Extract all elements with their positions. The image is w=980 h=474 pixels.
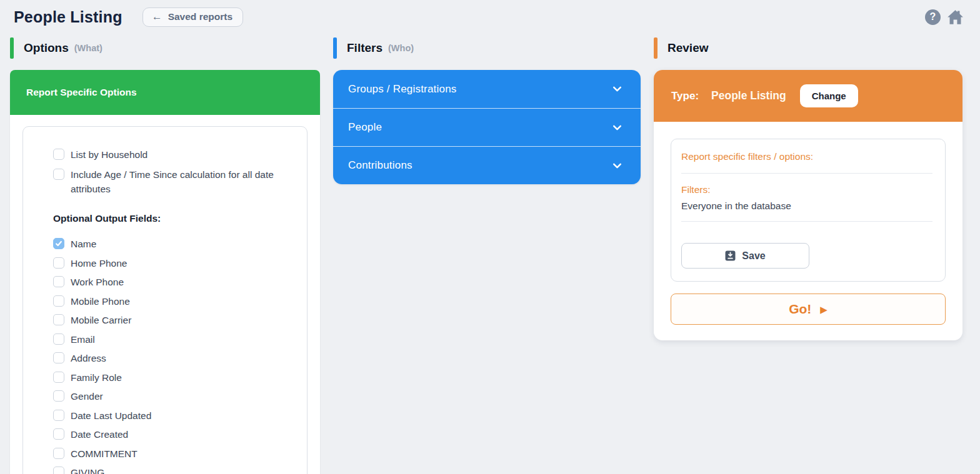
checkbox-label: GIVING — [71, 466, 104, 474]
checkbox-label: COMMITMENT — [71, 447, 138, 461]
checkbox-row[interactable]: Gender — [53, 390, 296, 403]
checkbox-row[interactable]: Email — [53, 333, 296, 347]
filters-column: Filters (Who) Groups / Registrations Peo… — [333, 36, 641, 474]
checkbox[interactable] — [53, 428, 64, 440]
checkbox-row[interactable]: Date Last Updated — [53, 409, 296, 423]
checkbox[interactable] — [53, 352, 64, 363]
filters-column-title: Filters — [347, 41, 382, 55]
checkbox[interactable] — [53, 333, 64, 345]
checkbox-row[interactable]: Mobile Phone — [53, 295, 296, 309]
home-icon-glyph — [947, 9, 964, 25]
review-card: Type: People Listing Change Report speci… — [654, 70, 962, 340]
checkbox-label: Mobile Carrier — [71, 314, 131, 327]
checkbox-row[interactable]: Date Created — [53, 428, 296, 442]
output-fields-list: Name Home Phone — [53, 237, 296, 474]
checkbox-label: Address — [71, 352, 106, 365]
checkbox[interactable] — [53, 448, 64, 459]
type-value: People Listing — [711, 89, 786, 102]
options-column-header: Options (What) — [10, 36, 320, 60]
checkbox[interactable] — [53, 238, 64, 249]
page-title: People Listing — [14, 8, 122, 26]
saved-reports-label: Saved reports — [168, 11, 232, 22]
checkbox[interactable] — [53, 314, 64, 325]
checkbox-label: Family Role — [71, 371, 122, 385]
type-label: Type: — [671, 90, 699, 102]
checkbox[interactable] — [53, 372, 64, 383]
review-column-header: Review — [654, 36, 962, 60]
checkbox-row[interactable]: Home Phone — [53, 257, 296, 270]
checkbox-row[interactable]: Include Age / Time Since calculation for… — [53, 168, 296, 196]
go-arrow-icon: ▶ — [820, 304, 828, 315]
filters-column-sublabel: (Who) — [388, 43, 414, 53]
change-type-button[interactable]: Change — [800, 84, 858, 107]
review-column: Review Type: People Listing Change Repor… — [654, 36, 962, 474]
check-icon — [55, 240, 62, 247]
checkbox[interactable] — [53, 149, 64, 160]
review-column-title: Review — [668, 41, 708, 55]
options-column-title: Options — [24, 41, 69, 55]
accordion-section-label: Contributions — [348, 159, 412, 172]
review-card-header: Type: People Listing Change — [654, 70, 962, 122]
accordion-section-label: People — [348, 121, 382, 134]
divider — [681, 173, 932, 174]
top-checkbox-list: List by Household Include Age / Time Sin… — [53, 148, 296, 196]
checkbox[interactable] — [53, 276, 64, 287]
checkbox-label: Date Last Updated — [71, 409, 151, 423]
checkbox[interactable] — [53, 410, 64, 421]
checkbox-row[interactable]: Address — [53, 352, 296, 365]
chevron-down-icon — [611, 83, 623, 95]
review-summary-box: Report specific filters / options: Filte… — [671, 139, 946, 282]
options-accent-bar — [10, 37, 14, 59]
accordion-section[interactable]: Contributions — [333, 146, 641, 184]
checkbox-label: Date Created — [71, 428, 128, 442]
checkbox-row[interactable]: Family Role — [53, 371, 296, 385]
back-arrow-icon: ← — [152, 11, 162, 22]
review-card-body: Report specific filters / options: Filte… — [654, 122, 962, 340]
checkbox[interactable] — [53, 295, 64, 307]
checkbox[interactable] — [53, 169, 64, 180]
report-options-card-title: Report Specific Options — [10, 70, 320, 115]
checkbox-label: Home Phone — [71, 257, 127, 270]
checkbox-label: Name — [71, 237, 96, 251]
checkbox[interactable] — [53, 467, 64, 474]
go-button-label: Go! — [789, 302, 811, 317]
accordion-section[interactable]: Groups / Registrations — [333, 70, 641, 108]
save-icon — [725, 250, 736, 261]
specific-filters-label: Report specific filters / options: — [681, 150, 932, 164]
options-column-sublabel: (What) — [74, 43, 102, 53]
checkbox-row[interactable]: List by Household — [53, 148, 296, 162]
go-button[interactable]: Go! ▶ — [671, 294, 946, 325]
filters-value: Everyone in the database — [681, 200, 932, 212]
checkbox-label: Mobile Phone — [71, 295, 130, 309]
divider — [681, 221, 932, 222]
checkbox-label: List by Household — [71, 148, 148, 162]
home-icon[interactable] — [947, 9, 964, 25]
help-glyph: ? — [930, 11, 936, 22]
filters-label: Filters: — [681, 183, 932, 197]
report-options-card-body: List by Household Include Age / Time Sin… — [10, 115, 320, 474]
save-button[interactable]: Save — [681, 243, 809, 269]
filters-column-header: Filters (Who) — [333, 36, 641, 60]
help-icon[interactable]: ? — [925, 9, 941, 25]
chevron-down-icon — [611, 122, 623, 134]
saved-reports-button[interactable]: ← Saved reports — [142, 7, 243, 27]
checkbox-row[interactable]: GIVING — [53, 466, 296, 474]
filters-accent-bar — [333, 37, 337, 59]
review-accent-bar — [654, 37, 658, 59]
checkbox[interactable] — [53, 257, 64, 269]
checkbox-row[interactable]: Work Phone — [53, 275, 296, 289]
options-inner-box: List by Household Include Age / Time Sin… — [22, 126, 308, 474]
options-column: Options (What) Report Specific Options — [10, 36, 320, 474]
accordion-section-label: Groups / Registrations — [348, 83, 457, 96]
output-fields-title: Optional Output Fields: — [53, 213, 296, 224]
checkbox[interactable] — [53, 390, 64, 402]
checkbox-row[interactable]: Mobile Carrier — [53, 314, 296, 327]
checkbox-row[interactable]: Name — [53, 237, 296, 251]
accordion-section[interactable]: People — [333, 108, 641, 146]
columns-container: Options (What) Report Specific Options — [0, 36, 980, 474]
report-options-card: Report Specific Options List by Househo — [10, 70, 320, 474]
checkbox-row[interactable]: COMMITMENT — [53, 447, 296, 461]
chevron-down-icon — [611, 160, 623, 172]
checkbox-label: Include Age / Time Since calculation for… — [71, 168, 296, 196]
checkbox-label: Email — [71, 333, 95, 347]
